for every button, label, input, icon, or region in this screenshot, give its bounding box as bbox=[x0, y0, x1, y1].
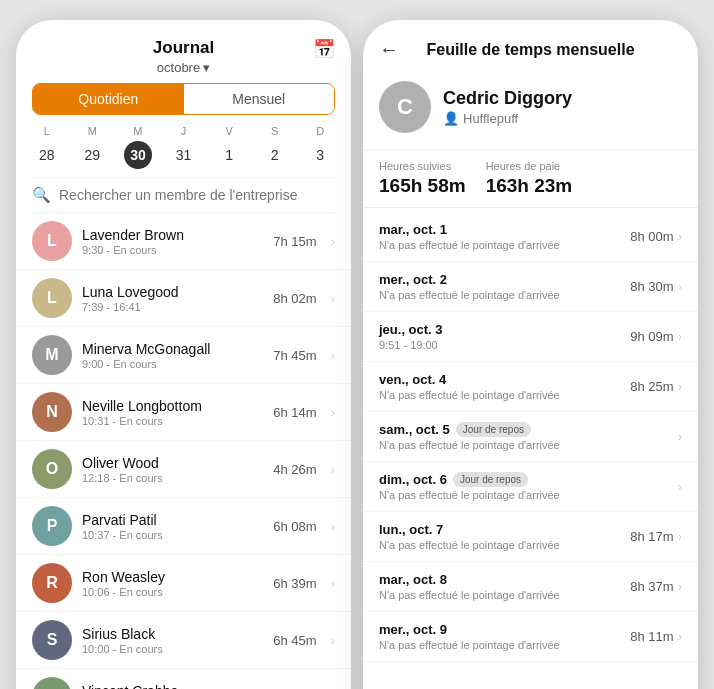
day-L: L bbox=[24, 123, 70, 139]
date-2[interactable]: 2 bbox=[261, 141, 289, 169]
employee-hours: 7h 45m bbox=[273, 348, 316, 363]
time-entry[interactable]: mar., oct. 1 N'a pas effectué le pointag… bbox=[363, 212, 698, 262]
time-entry-date: mer., oct. 2 bbox=[379, 272, 630, 287]
employee-status: 9:00 - En cours bbox=[82, 358, 263, 370]
chevron-right-icon: › bbox=[331, 633, 335, 648]
time-entry-info: mer., oct. 9 N'a pas effectué le pointag… bbox=[379, 622, 630, 651]
avatar: N bbox=[32, 392, 72, 432]
back-button[interactable]: ← bbox=[379, 38, 399, 61]
time-entry[interactable]: sam., oct. 5 Jour de repos N'a pas effec… bbox=[363, 412, 698, 462]
time-entry-info: mar., oct. 1 N'a pas effectué le pointag… bbox=[379, 222, 630, 251]
time-entry[interactable]: dim., oct. 6 Jour de repos N'a pas effec… bbox=[363, 462, 698, 512]
employee-hours: 6h 08m bbox=[273, 519, 316, 534]
week-dates-row: 28 29 30 31 1 2 3 bbox=[16, 141, 351, 177]
employee-item[interactable]: R Ron Weasley 10:06 - En cours 6h 39m › bbox=[16, 555, 351, 612]
tab-mensuel[interactable]: Mensuel bbox=[184, 84, 335, 114]
day-M2: M bbox=[115, 123, 161, 139]
month-subtitle: octobre ▾ bbox=[32, 60, 335, 75]
time-entry-note: N'a pas effectué le pointage d'arrivée bbox=[379, 489, 674, 501]
search-icon: 🔍 bbox=[32, 186, 51, 204]
employee-item[interactable]: P Parvati Patil 10:37 - En cours 6h 08m … bbox=[16, 498, 351, 555]
time-entries-list: mar., oct. 1 N'a pas effectué le pointag… bbox=[363, 212, 698, 689]
time-entry[interactable]: mar., oct. 8 N'a pas effectué le pointag… bbox=[363, 562, 698, 612]
employee-status: 12:18 - En cours bbox=[82, 472, 263, 484]
employee-item[interactable]: L Lavender Brown 9:30 - En cours 7h 15m … bbox=[16, 213, 351, 270]
time-entry-hours: 8h 25m bbox=[630, 379, 673, 394]
employee-name: Ron Weasley bbox=[82, 569, 263, 585]
employee-info: Oliver Wood 12:18 - En cours bbox=[82, 455, 263, 484]
time-entry-date: ven., oct. 4 bbox=[379, 372, 630, 387]
time-entry[interactable]: jeu., oct. 3 9:51 - 19:00 9h 09m › bbox=[363, 312, 698, 362]
team-label: Hufflepuff bbox=[463, 111, 518, 126]
employee-name: Neville Longbottom bbox=[82, 398, 263, 414]
day-D: D bbox=[297, 123, 343, 139]
time-entry-date: lun., oct. 7 bbox=[379, 522, 630, 537]
journal-title: Journal bbox=[32, 38, 335, 58]
date-30-today[interactable]: 30 bbox=[124, 141, 152, 169]
time-entry-date: jeu., oct. 3 bbox=[379, 322, 630, 337]
time-entry-date: mar., oct. 8 bbox=[379, 572, 630, 587]
time-entry-info: dim., oct. 6 Jour de repos N'a pas effec… bbox=[379, 472, 674, 501]
date-3[interactable]: 3 bbox=[306, 141, 334, 169]
employee-name: Oliver Wood bbox=[82, 455, 263, 471]
time-entry-note: N'a pas effectué le pointage d'arrivée bbox=[379, 239, 630, 251]
employee-name: Lavender Brown bbox=[82, 227, 263, 243]
time-entry-info: jeu., oct. 3 9:51 - 19:00 bbox=[379, 322, 630, 351]
employee-status: 10:37 - En cours bbox=[82, 529, 263, 541]
employee-info: Minerva McGonagall 9:00 - En cours bbox=[82, 341, 263, 370]
employee-name: Sirius Black bbox=[82, 626, 263, 642]
employee-item[interactable]: M Minerva McGonagall 9:00 - En cours 7h … bbox=[16, 327, 351, 384]
employee-name: Luna Lovegood bbox=[82, 284, 263, 300]
time-entry[interactable]: mer., oct. 9 N'a pas effectué le pointag… bbox=[363, 612, 698, 662]
chevron-right-icon: › bbox=[331, 519, 335, 534]
date-29[interactable]: 29 bbox=[78, 141, 106, 169]
employee-hours: 6h 45m bbox=[273, 633, 316, 648]
chevron-right-icon: › bbox=[678, 379, 682, 394]
employee-status: 10:06 - En cours bbox=[82, 586, 263, 598]
employee-hours: 4h 26m bbox=[273, 462, 316, 477]
employee-hours: 7h 15m bbox=[273, 234, 316, 249]
employee-item[interactable]: O Oliver Wood 12:18 - En cours 4h 26m › bbox=[16, 441, 351, 498]
employee-hours: 8h 02m bbox=[273, 291, 316, 306]
chevron-right-icon: › bbox=[331, 405, 335, 420]
employee-item[interactable]: L Luna Lovegood 7:39 - 16:41 8h 02m › bbox=[16, 270, 351, 327]
employee-info: Lavender Brown 9:30 - En cours bbox=[82, 227, 263, 256]
employee-item[interactable]: S Sirius Black 10:00 - En cours 6h 45m › bbox=[16, 612, 351, 669]
date-31[interactable]: 31 bbox=[169, 141, 197, 169]
avatar: O bbox=[32, 449, 72, 489]
employee-item[interactable]: N Neville Longbottom 10:31 - En cours 6h… bbox=[16, 384, 351, 441]
avatar: S bbox=[32, 620, 72, 660]
tab-quotidien[interactable]: Quotidien bbox=[33, 84, 184, 114]
search-input[interactable] bbox=[59, 187, 335, 203]
date-1[interactable]: 1 bbox=[215, 141, 243, 169]
date-28[interactable]: 28 bbox=[33, 141, 61, 169]
stat-suivies-value: 165h 58m bbox=[379, 175, 466, 197]
employee-status: 7:39 - 16:41 bbox=[82, 301, 263, 313]
time-entry-date: mer., oct. 9 bbox=[379, 622, 630, 637]
time-entry[interactable]: lun., oct. 7 N'a pas effectué le pointag… bbox=[363, 512, 698, 562]
time-entry-info: mar., oct. 8 N'a pas effectué le pointag… bbox=[379, 572, 630, 601]
day-J: J bbox=[161, 123, 207, 139]
chevron-right-icon: › bbox=[331, 462, 335, 477]
time-entry[interactable]: ven., oct. 4 N'a pas effectué le pointag… bbox=[363, 362, 698, 412]
time-entry-note: N'a pas effectué le pointage d'arrivée bbox=[379, 539, 630, 551]
chevron-right-icon: › bbox=[678, 429, 682, 444]
employee-item[interactable]: V Vincent Crabbe 8:39 - En cours 8h 06m … bbox=[16, 669, 351, 689]
employee-info: Luna Lovegood 7:39 - 16:41 bbox=[82, 284, 263, 313]
stat-heures-suivies: Heures suivies 165h 58m bbox=[379, 160, 466, 197]
profile-section: C Cedric Diggory 👤 Hufflepuff bbox=[363, 71, 698, 149]
day-S: S bbox=[252, 123, 298, 139]
employee-hours: 6h 39m bbox=[273, 576, 316, 591]
employee-info: Vincent Crabbe 8:39 - En cours bbox=[82, 683, 263, 690]
calendar-icon[interactable]: 📅 bbox=[313, 38, 335, 60]
day-V: V bbox=[206, 123, 252, 139]
employee-status: 10:31 - En cours bbox=[82, 415, 263, 427]
employee-name: Minerva McGonagall bbox=[82, 341, 263, 357]
time-entry[interactable]: mer., oct. 2 N'a pas effectué le pointag… bbox=[363, 262, 698, 312]
time-entry-note: 9:51 - 19:00 bbox=[379, 339, 630, 351]
employee-status: 10:00 - En cours bbox=[82, 643, 263, 655]
time-entry-info: lun., oct. 7 N'a pas effectué le pointag… bbox=[379, 522, 630, 551]
team-icon: 👤 bbox=[443, 111, 459, 126]
time-entry-date: sam., oct. 5 Jour de repos bbox=[379, 422, 674, 437]
employee-info: Sirius Black 10:00 - En cours bbox=[82, 626, 263, 655]
